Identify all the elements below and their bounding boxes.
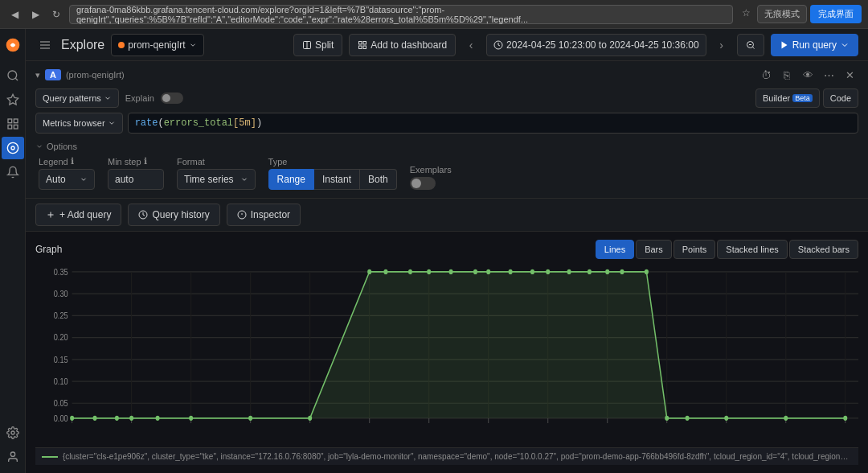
data-point [784,416,788,421]
svg-rect-17 [359,41,362,44]
graph-header: Graph Lines Bars Points Stacked lines St… [35,240,858,259]
metrics-browser-button[interactable]: Metrics browser [35,113,123,134]
data-point [367,269,371,274]
data-point [686,416,690,421]
query-close-icon[interactable]: ✕ [841,66,858,84]
back-button[interactable]: ◀ [6,6,23,23]
data-point [486,269,490,274]
svg-marker-25 [781,41,787,48]
svg-rect-6 [8,125,12,129]
time-next-button[interactable]: › [713,36,731,54]
query-copy-icon[interactable]: ⎘ [778,66,796,84]
stacked-lines-button[interactable]: Stacked lines [717,240,787,259]
run-query-button[interactable]: Run query [771,34,858,56]
forward-button[interactable]: ▶ [27,6,43,23]
svg-point-10 [11,431,14,434]
builder-button[interactable]: Builder Beta [755,88,820,108]
exemplars-label: Exemplars [410,165,452,175]
options-section: Options Legend ℹ Auto [35,138,858,193]
query-datasource-tag: (prom-qenigIrt) [66,70,125,80]
data-point [843,416,847,421]
add-query-label: + Add query [59,209,111,220]
app-container: Explore prom-qenigIrt Split Add to dashb… [0,29,868,473]
add-query-button[interactable]: + Add query [35,204,121,226]
query-more-icon[interactable]: ⋯ [820,66,837,84]
data-point [248,416,252,421]
graph-view-buttons: Lines Bars Points Stacked lines Stacked … [596,240,858,259]
legend-select[interactable]: Auto [39,169,95,190]
both-button[interactable]: Both [360,169,397,190]
points-button[interactable]: Points [674,240,716,259]
data-point [115,416,119,421]
sidebar-item-starred[interactable] [2,88,24,111]
time-range-button[interactable]: 2024-04-25 10:23:00 to 2024-04-25 10:36:… [486,34,706,56]
data-point [665,416,669,421]
time-prev-button[interactable]: ‹ [462,36,480,54]
data-point [509,269,513,274]
query-header: ▾ A (prom-qenigIrt) ⏱ ⎘ 👁 ⋯ ✕ [35,66,858,84]
split-label: Split [315,39,334,51]
svg-point-8 [7,142,18,153]
svg-rect-18 [363,41,366,44]
exemplars-toggle[interactable] [410,177,436,190]
page-title: Explore [61,38,104,52]
minstep-input[interactable]: auto [108,169,164,190]
legend-option: Legend ℹ Auto [39,156,95,190]
hamburger-button[interactable] [35,35,55,55]
datasource-selector[interactable]: prom-qenigIrt [111,34,203,56]
explain-label: Explain [125,93,154,103]
time-range-text: 2024-04-25 10:23:00 to 2024-04-25 10:36:… [506,39,699,51]
query-history-icon[interactable]: ⏱ [757,66,775,84]
svg-text:0.20: 0.20 [54,332,68,342]
sidebar-item-explore[interactable] [2,137,24,159]
explain-toggle[interactable] [161,93,183,104]
sidebar-item-user[interactable] [2,446,24,468]
sidebar-item-alerts[interactable] [2,161,24,183]
legend-text: {cluster="cls-e1pe906z", cluster_type="t… [63,452,852,461]
builder-code-group: Builder Beta Code [755,88,858,108]
format-select[interactable]: Time series [177,169,256,190]
query-action-icons: ⏱ ⎘ 👁 ⋯ ✕ [757,66,858,84]
data-point [724,416,728,421]
sidebar-item-settings[interactable] [2,422,24,444]
format-value: Time series [184,174,234,185]
stacked-bars-button[interactable]: Stacked bars [789,240,858,259]
add-to-dashboard-button[interactable]: Add to dashboard [349,34,456,56]
code-button[interactable]: Code [823,88,858,108]
refresh-button[interactable]: ↻ [48,6,64,23]
datasource-name: prom-qenigIrt [128,39,185,51]
svg-rect-19 [359,46,362,49]
address-bar[interactable]: grafana-0ma86kbb.grafana.tencent-cloud.c… [69,5,733,24]
query-eye-icon[interactable]: 👁 [799,66,817,84]
query-patterns-label: Query patterns [43,93,101,103]
options-grid: Legend ℹ Auto Min step ℹ [35,156,858,190]
inspector-button[interactable]: Inspector [227,204,301,226]
sidebar-item-search[interactable] [2,64,24,87]
query-patterns-button[interactable]: Query patterns [35,88,119,108]
range-instant-group: Range Instant Both [268,169,397,190]
query-label: A [45,69,61,80]
instant-button[interactable]: Instant [314,169,360,190]
svg-rect-7 [14,125,18,129]
options-header[interactable]: Options [35,142,858,151]
range-button[interactable]: Range [268,169,314,190]
metrics-row: Metrics browser rate(errors_total[5m]) [35,113,858,134]
data-point [645,269,649,274]
data-point [408,269,412,274]
nomode-button[interactable]: 无痕模式 [757,5,807,23]
zoom-button[interactable] [737,34,764,56]
lines-button[interactable]: Lines [596,240,634,259]
data-point [449,269,453,274]
star-button[interactable]: ☆ [738,5,754,21]
query-collapse-icon[interactable]: ▾ [35,70,40,80]
sidebar-item-dashboards[interactable] [2,113,24,135]
query-history-button[interactable]: Query history [128,204,219,226]
split-button[interactable]: Split [293,34,342,56]
format-option: Format Time series [177,157,256,190]
query-input[interactable]: rate(errors_total[5m]) [128,113,858,134]
grafana-logo[interactable] [2,34,24,56]
svg-rect-4 [8,119,12,123]
complete-button[interactable]: 完成界面 [810,5,862,23]
sidebar-bottom [2,422,24,468]
bars-button[interactable]: Bars [636,240,672,259]
